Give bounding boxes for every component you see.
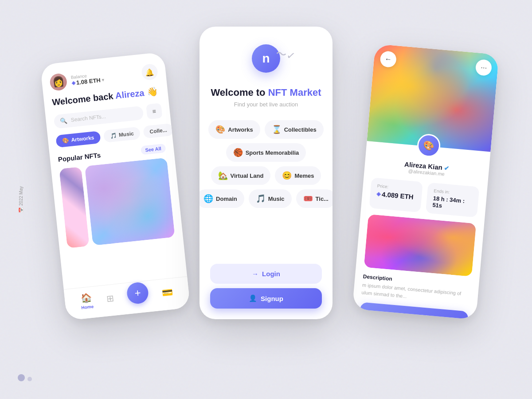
cat-domain[interactable]: 🌐 Domain (200, 189, 244, 208)
cat-virtual-land[interactable]: 🏡 Virtual Land (211, 166, 271, 185)
nav-home[interactable]: 🏠 Home (80, 292, 94, 310)
domain-label: Domain (216, 196, 237, 202)
welcome-prefix: Welcome to (211, 87, 268, 98)
right-phone: ← ⋯ 🎨 Alireza Kian ✔ @alirezakian.me (352, 44, 499, 320)
price-row: Price: ◈ 4.089 ETH Ends in: 18 h : 34m :… (369, 177, 479, 217)
dots-decoration (18, 374, 32, 381)
filter-button[interactable]: ≡ (146, 103, 162, 119)
welcome-emoji: 👋 (146, 86, 158, 97)
nft-cards-row (59, 158, 175, 249)
cat-sports[interactable]: 🏀 Sports Memorabilia (226, 143, 306, 162)
side-label: 📅 2022 May (19, 186, 23, 213)
dot-small (27, 377, 32, 381)
domain-icon: 🌐 (203, 194, 212, 203)
category-collectibles[interactable]: Colle... (143, 123, 174, 139)
logo-letter: n (262, 51, 270, 66)
eth-icon: ◈ (71, 80, 75, 86)
signup-label: Signup (261, 295, 283, 302)
popular-title: Popular NFTs (58, 151, 101, 163)
signup-button[interactable]: 👤 Signup (210, 288, 322, 309)
back-button[interactable]: ← (379, 51, 397, 68)
creator-info: Alireza Kian ✔ @alirezakian.me (372, 158, 481, 180)
fab-button[interactable]: + (126, 282, 149, 305)
category-music[interactable]: 🎵 Music (103, 127, 141, 143)
see-all-button[interactable]: See All (141, 144, 166, 155)
bottom-nav: 🏠 Home ⊞ + 💳 (64, 276, 191, 321)
search-row: 🔍 Search NFTs... ≡ (53, 103, 162, 129)
category-grid: 🎨 Artworks ⌛ Collectibles 🏀 Sports Memor… (210, 120, 322, 255)
category-artworks[interactable]: 🎨 Artworks (55, 131, 101, 148)
creator-avatar-icon: 🎨 (423, 140, 435, 151)
bell-button[interactable]: 🔔 (141, 63, 159, 81)
search-icon: 🔍 (60, 117, 67, 125)
cat-row-2: 🏀 Sports Memorabilia (210, 143, 322, 162)
cat-tickets[interactable]: 🎟️ Tic... (296, 189, 332, 208)
artworks-icon: 🎨 (62, 137, 69, 144)
price-eth-icon: ◈ (376, 191, 381, 197)
artworks-label: Artworks (228, 126, 253, 133)
virtual-land-icon: 🏡 (218, 171, 227, 180)
ends-value: 18 h : 34m : 51s (432, 195, 472, 212)
avatar: 👩 (49, 73, 68, 91)
place-bid-button[interactable]: Place a bid (359, 302, 469, 320)
music-label: Music (268, 196, 285, 202)
collectibles-label: Collectibles (284, 126, 317, 133)
nft-hero-image: ← ⋯ 🎨 (367, 44, 499, 152)
tickets-label: Tic... (316, 196, 329, 202)
cat-memes[interactable]: 😊 Memes (275, 166, 321, 185)
memes-label: Memes (294, 172, 314, 179)
plus-icon: + (134, 286, 141, 299)
artworks-label: Artworks (71, 134, 94, 143)
dot-large (18, 374, 25, 381)
calendar-icon: 📅 (19, 207, 23, 213)
tickets-icon: 🎟️ (303, 194, 312, 203)
welcome-subtext: Find your bet live auction (210, 101, 322, 108)
balance-section: 👩 Balance ◈ 1.08 ETH ▾ (49, 69, 105, 91)
logo-area: n 〜✓ (210, 44, 322, 76)
nft-artwork-detail (364, 214, 477, 277)
nft-card-small[interactable] (59, 167, 90, 248)
year-label: 2022 May (19, 186, 23, 206)
nft-highlight: NFT Market (268, 87, 321, 98)
sports-icon: 🏀 (233, 148, 242, 157)
balance-info: Balance ◈ 1.08 ETH ▾ (70, 71, 104, 86)
login-arrow-icon: → (252, 270, 258, 278)
welcome-title: Welcome to NFT Market (210, 87, 322, 98)
home-icon: 🏠 (80, 292, 92, 304)
cat-collectibles[interactable]: ⌛ Collectibles (265, 120, 324, 139)
price-value: ◈ 4.089 ETH (376, 190, 415, 201)
chevron-down-icon: ▾ (102, 77, 104, 82)
music-label: Music (118, 130, 134, 138)
welcome-heading: Welcome to NFT Market (210, 87, 322, 98)
verified-badge: ✔ (444, 164, 450, 172)
music-icon: 🎵 (110, 132, 117, 139)
left-phone: 👩 Balance ◈ 1.08 ETH ▾ 🔔 Welcome back (40, 52, 190, 321)
nft-detail-body: Alireza Kian ✔ @alirezakian.me Price: ◈ … (352, 141, 490, 320)
search-box[interactable]: 🔍 Search NFTs... (53, 106, 144, 129)
nft-colorful-art (59, 167, 90, 248)
music-icon: 🎵 (256, 194, 265, 203)
memes-icon: 😊 (282, 171, 291, 180)
scene: 📅 2022 May 👩 Balance ◈ 1.08 ETH (0, 0, 532, 399)
signup-user-icon: 👤 (249, 294, 257, 302)
description-section: Description m ipsum dolor amet, consecte… (361, 274, 471, 305)
nft-marble-art (85, 158, 175, 246)
cat-music[interactable]: 🎵 Music (249, 189, 292, 208)
sports-label: Sports Memorabilia (246, 149, 299, 156)
home-label: Home (81, 304, 94, 310)
cat-row-3: 🏡 Virtual Land 😊 Memes (210, 166, 322, 185)
login-button[interactable]: → Login (210, 264, 322, 284)
categories-row: 🎨 Artworks 🎵 Music Colle... (55, 124, 164, 148)
login-label: Login (262, 270, 280, 278)
nft-card-main[interactable] (85, 158, 175, 246)
cat-artworks[interactable]: 🎨 Artworks (208, 120, 260, 139)
collectibles-icon: ⌛ (272, 125, 281, 134)
nav-wallet[interactable]: 💳 (161, 287, 173, 298)
more-button[interactable]: ⋯ (475, 59, 492, 76)
welcome-name: Alireza (115, 87, 147, 100)
artworks-icon: 🎨 (215, 125, 224, 134)
search-placeholder: Search NFTs... (70, 113, 106, 123)
avatar-image: 👩 (52, 77, 65, 88)
nav-grid[interactable]: ⊞ (106, 293, 114, 305)
wallet-icon: 💳 (161, 287, 173, 298)
